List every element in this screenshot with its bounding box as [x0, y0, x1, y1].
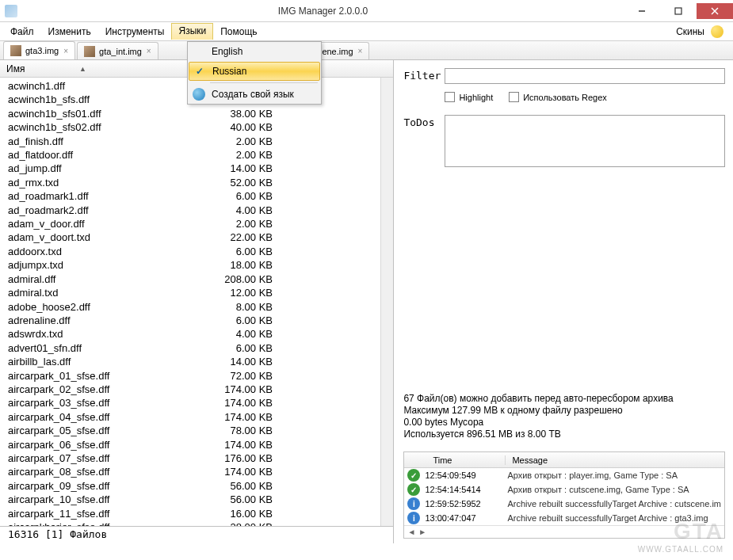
menu-tools[interactable]: Инструменты	[98, 24, 172, 40]
file-name: acwinch1b_sfs01.dff	[8, 107, 209, 120]
sort-arrow-icon: ▲	[79, 65, 86, 73]
checkbox-label: Highlight	[459, 93, 493, 102]
file-row[interactable]: ad_roadmark2.dff4.00 KB	[0, 204, 380, 217]
regex-checkbox[interactable]: Использовать Regex	[509, 92, 607, 102]
file-row[interactable]: aircarpark_05_sfse.dff78.00 KB	[0, 424, 380, 437]
file-row[interactable]: adobe_hoose2.dff8.00 KB	[0, 300, 380, 314]
file-size: 22.00 KB	[209, 230, 273, 244]
log-time: 13:00:47:047	[425, 513, 507, 523]
file-row[interactable]: aircarpark_07_sfse.dff176.00 KB	[0, 451, 380, 465]
file-list[interactable]: acwinch1.dffacwinch1b_sfs.dff42.00 KBacw…	[0, 78, 380, 526]
file-row[interactable]: acwinch1b_sfs01.dff38.00 KB	[0, 107, 380, 120]
log-next-icon[interactable]: ►	[418, 528, 426, 536]
dropdown-label: English	[212, 46, 242, 57]
file-name: ad_rmx.txd	[8, 176, 209, 189]
globe-icon	[193, 88, 205, 101]
file-row[interactable]: ad_flatdoor.dff2.00 KB	[0, 148, 380, 162]
tab-gta-int[interactable]: gta_int.img ×	[77, 42, 158, 59]
maximize-button[interactable]	[660, 3, 697, 19]
info-icon: i	[407, 512, 420, 524]
tab-gta3[interactable]: gta3.img ×	[3, 41, 75, 59]
log-row[interactable]: i13:00:47:047Archive rebuilt successfull…	[404, 511, 724, 525]
tab-close-icon[interactable]: ×	[147, 47, 151, 55]
log-col-message[interactable]: Message	[506, 455, 724, 465]
file-row[interactable]: adam_v_door.dff2.00 KB	[0, 217, 380, 230]
file-size: 12.00 KB	[209, 286, 273, 299]
file-row[interactable]: admiral.txd12.00 KB	[0, 286, 380, 299]
file-name: aircarpark_05_sfse.dff	[8, 424, 209, 437]
app-icon	[5, 5, 17, 17]
file-size: 208.00 KB	[209, 272, 273, 286]
check-icon: ✓	[196, 66, 204, 77]
file-size: 16.00 KB	[209, 507, 273, 520]
file-row[interactable]: aircarpark_08_sfse.dff174.00 KB	[0, 465, 380, 478]
info-icon: i	[407, 497, 420, 510]
menu-skins[interactable]: Скины	[670, 24, 711, 40]
file-name: aircarpark_04_sfse.dff	[8, 410, 209, 424]
file-name: aircarpark_08_sfse.dff	[8, 465, 209, 478]
dropdown-item-create[interactable]: Создать свой язык	[188, 85, 321, 104]
dropdown-item-russian[interactable]: ✓ Russian	[189, 62, 320, 81]
scrollbar[interactable]	[380, 78, 393, 526]
log-header: Time Message	[404, 452, 724, 468]
file-size: 2.00 KB	[209, 148, 273, 162]
file-row[interactable]: aircarpark_02_sfse.dff174.00 KB	[0, 383, 380, 396]
file-row[interactable]: addoorx.txd6.00 KB	[0, 245, 380, 258]
menu-file[interactable]: Файл	[3, 24, 41, 40]
file-row[interactable]: aircarpark_06_sfse.dff174.00 KB	[0, 438, 380, 451]
file-row[interactable]: adam_v_doort.txd22.00 KB	[0, 230, 380, 244]
info-line: Используется 896.51 MB из 8.00 TB	[403, 429, 725, 440]
file-row[interactable]: ad_rmx.txd52.00 KB	[0, 176, 380, 189]
file-row[interactable]: adjumpx.txd18.00 KB	[0, 258, 380, 272]
file-size: 28.00 KB	[209, 520, 273, 526]
dropdown-item-english[interactable]: English	[188, 42, 321, 61]
menu-languages[interactable]: Языки	[171, 23, 213, 40]
file-size: 18.00 KB	[209, 258, 273, 272]
file-row[interactable]: aircarpkbarier_sfse.dff28.00 KB	[0, 520, 380, 526]
file-size: 78.00 KB	[209, 424, 273, 437]
tab-label: gta_int.img	[99, 47, 142, 56]
right-panel: Filter Highlight Использовать Regex ToDo…	[394, 60, 733, 543]
file-row[interactable]: adswrdx.txd4.00 KB	[0, 327, 380, 341]
file-name: airbillb_las.dff	[8, 355, 209, 368]
menu-help[interactable]: Помощь	[213, 24, 264, 40]
smiley-icon[interactable]	[711, 25, 723, 38]
minimize-button[interactable]	[624, 3, 660, 19]
file-row[interactable]: ad_roadmark1.dff6.00 KB	[0, 189, 380, 203]
file-row[interactable]: aircarpark_04_sfse.dff174.00 KB	[0, 410, 380, 424]
svg-rect-1	[675, 8, 681, 14]
log-row[interactable]: ✓12:54:14:5414Архив открыт : cutscene.im…	[404, 482, 724, 497]
log-prev-icon[interactable]: ◄	[407, 528, 415, 536]
tab-close-icon[interactable]: ×	[63, 47, 68, 55]
file-row[interactable]: ad_finish.dff2.00 KB	[0, 135, 380, 148]
file-size: 40.00 KB	[209, 120, 273, 134]
tab-close-icon[interactable]: ×	[358, 47, 363, 55]
file-row[interactable]: advert01_sfn.dff6.00 KB	[0, 341, 380, 355]
todos-input[interactable]	[445, 115, 725, 167]
filter-input[interactable]	[445, 68, 725, 84]
close-button[interactable]	[697, 3, 733, 19]
file-row[interactable]: admiral.dff208.00 KB	[0, 272, 380, 286]
menubar: Файл Изменить Инструменты Языки Помощь С…	[0, 22, 733, 41]
file-row[interactable]: airbillb_las.dff14.00 KB	[0, 355, 380, 368]
file-name: addoorx.txd	[8, 245, 209, 258]
highlight-checkbox[interactable]: Highlight	[445, 92, 493, 102]
log-col-time[interactable]: Time	[404, 455, 506, 465]
file-row[interactable]: aircarpark_11_sfse.dff16.00 KB	[0, 507, 380, 520]
file-row[interactable]: adrenaline.dff6.00 KB	[0, 314, 380, 327]
check-icon: ✓	[407, 483, 420, 496]
file-row[interactable]: ad_jump.dff14.00 KB	[0, 162, 380, 175]
log-row[interactable]: ✓12:54:09:549Архив открыт : player.img, …	[404, 468, 724, 482]
file-size: 38.00 KB	[209, 107, 273, 120]
log-time: 12:54:09:549	[425, 470, 507, 480]
log-row[interactable]: i12:59:52:5952Archive rebuilt successful…	[404, 497, 724, 511]
file-row[interactable]: aircarpark_09_sfse.dff56.00 KB	[0, 479, 380, 493]
file-size: 174.00 KB	[209, 410, 273, 424]
menu-edit[interactable]: Изменить	[41, 24, 98, 40]
file-row[interactable]: aircarpark_10_sfse.dff56.00 KB	[0, 493, 380, 506]
file-row[interactable]: aircarpark_03_sfse.dff174.00 KB	[0, 396, 380, 410]
file-name: ad_roadmark2.dff	[8, 204, 209, 217]
file-row[interactable]: aircarpark_01_sfse.dff72.00 KB	[0, 369, 380, 383]
file-row[interactable]: acwinch1b_sfs02.dff40.00 KB	[0, 120, 380, 134]
log-message: Archive rebuilt successfullyTarget Archi…	[507, 499, 721, 509]
